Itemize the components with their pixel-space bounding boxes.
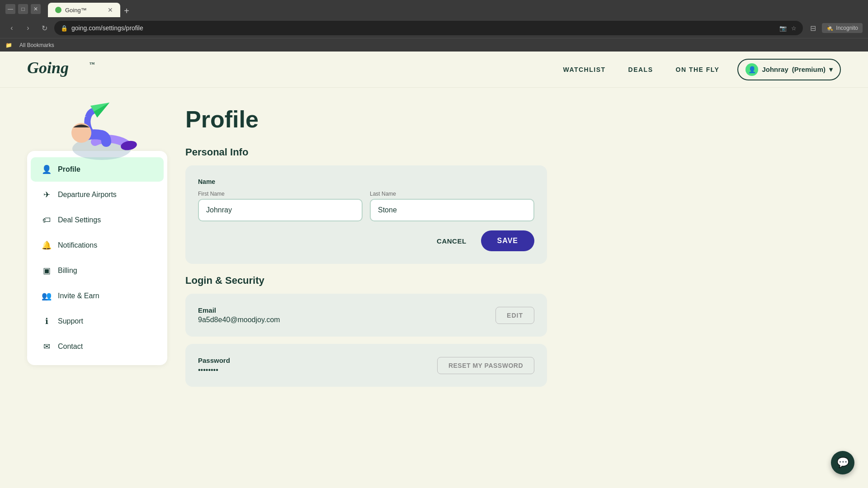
sidebar-item-deal-settings[interactable]: 🏷 Deal Settings: [31, 208, 164, 232]
camera-off-icon: 📷: [779, 25, 787, 32]
logo-svg: Going ™: [27, 56, 99, 79]
last-name-group: Last Name: [370, 191, 534, 221]
name-label: Name: [198, 178, 534, 185]
forward-button[interactable]: ›: [22, 22, 34, 34]
svg-point-3: [71, 123, 91, 143]
minimize-button[interactable]: —: [5, 4, 15, 14]
user-plan: (Premium): [792, 66, 826, 73]
sidebar: 👤 Profile ✈ Departure Airports 🏷 Deal Se…: [27, 106, 167, 394]
support-icon: ℹ: [42, 316, 52, 326]
browser-right-controls: ⊟ 🕵 Incognito: [807, 22, 863, 34]
address-bar-row: ‹ › ↻ 🔒 going.com/settings/profile 📷 ☆ ⊟…: [0, 18, 868, 38]
password-info: Password ••••••••: [198, 357, 230, 374]
tab-close-icon[interactable]: ✕: [108, 6, 113, 14]
tab-title: Going™: [65, 7, 87, 14]
svg-point-4: [120, 140, 138, 151]
page-title: Profile: [185, 106, 547, 133]
sidebar-item-label-deal: Deal Settings: [58, 216, 101, 224]
new-tab-button[interactable]: +: [120, 5, 133, 17]
nav-links: WATCHLIST DEALS ON THE FLY: [563, 66, 719, 73]
edit-email-button[interactable]: EDIT: [495, 307, 534, 324]
bookmarks-bar: 📁 All Bookmarks: [0, 38, 868, 52]
lock-icon: 🔒: [61, 25, 68, 32]
sidebar-item-label-notifications: Notifications: [58, 241, 97, 249]
email-card: Email 9a5d8e40@moodjoy.com EDIT: [185, 294, 547, 337]
deal-settings-icon: 🏷: [42, 215, 52, 225]
svg-marker-6: [94, 103, 113, 117]
email-info: Email 9a5d8e40@moodjoy.com: [198, 306, 280, 324]
sidebar-item-label-profile: Profile: [58, 165, 80, 174]
top-nav: Going ™ WATCHLIST DEALS ON THE FLY 👤 Joh…: [0, 52, 868, 88]
svg-text:Going: Going: [27, 59, 69, 77]
email-row: Email 9a5d8e40@moodjoy.com EDIT: [198, 306, 534, 324]
sidebar-item-profile[interactable]: 👤 Profile: [31, 157, 164, 182]
name-fields: First Name Last Name: [198, 191, 534, 221]
url-text: going.com/settings/profile: [71, 24, 776, 32]
reload-button[interactable]: ↻: [38, 22, 51, 34]
maximize-button[interactable]: □: [18, 4, 28, 14]
invite-earn-icon: 👥: [42, 291, 52, 301]
chevron-down-icon: ▾: [829, 66, 833, 74]
main-content: Profile Personal Info Name First Name La…: [185, 106, 547, 394]
first-name-input[interactable]: [198, 199, 363, 221]
split-view-button[interactable]: ⊟: [807, 22, 819, 34]
bookmarks-label: All Bookmarks: [19, 42, 54, 48]
tab-favicon: [55, 7, 61, 13]
email-field-value: 9a5d8e40@moodjoy.com: [198, 316, 280, 324]
last-name-input[interactable]: [370, 199, 534, 221]
sidebar-item-support[interactable]: ℹ Support: [31, 309, 164, 333]
sidebar-item-label-contact: Contact: [58, 343, 83, 351]
bookmarks-folder-icon: 📁: [5, 42, 12, 48]
sidebar-item-label-departure: Departure Airports: [58, 191, 117, 199]
address-bar[interactable]: 🔒 going.com/settings/profile 📷 ☆: [54, 21, 803, 35]
sidebar-item-billing[interactable]: ▣ Billing: [31, 258, 164, 283]
user-name: Johnray: [762, 66, 788, 73]
first-name-label: First Name: [198, 191, 363, 197]
sidebar-item-label-support: Support: [58, 317, 83, 325]
departure-airports-icon: ✈: [42, 190, 52, 200]
chat-icon: 💬: [837, 457, 849, 469]
sidebar-item-contact[interactable]: ✉ Contact: [31, 334, 164, 359]
password-card: Password •••••••• RESET MY PASSWORD: [185, 344, 547, 387]
back-button[interactable]: ‹: [5, 22, 18, 34]
password-field-label: Password: [198, 357, 230, 364]
address-right-icons: 📷 ☆: [779, 25, 797, 32]
page-content: Going ™ WATCHLIST DEALS ON THE FLY 👤 Joh…: [0, 52, 868, 472]
cancel-button[interactable]: CANCEL: [428, 232, 476, 250]
profile-icon: 👤: [42, 164, 52, 174]
user-menu-button[interactable]: 👤 Johnray (Premium) ▾: [737, 59, 841, 80]
tab-bar: Going™ ✕ +: [44, 1, 137, 17]
personal-info-card: Name First Name Last Name CANCEL SAVE: [185, 165, 547, 264]
main-layout: 👤 Profile ✈ Departure Airports 🏷 Deal Se…: [0, 88, 868, 412]
contact-icon: ✉: [42, 342, 52, 352]
star-icon[interactable]: ☆: [791, 25, 797, 32]
billing-icon: ▣: [42, 266, 52, 276]
personal-info-section-title: Personal Info: [185, 146, 547, 158]
incognito-button[interactable]: 🕵 Incognito: [822, 23, 863, 33]
logo-text: Going ™: [27, 56, 99, 83]
incognito-icon: 🕵: [826, 25, 833, 31]
svg-marker-5: [90, 97, 113, 117]
deals-link[interactable]: DEALS: [628, 66, 653, 73]
watchlist-link[interactable]: WATCHLIST: [563, 66, 605, 73]
browser-window-controls: — □ ✕: [5, 4, 41, 14]
email-field-label: Email: [198, 306, 280, 314]
incognito-label: Incognito: [836, 25, 858, 31]
reset-password-button[interactable]: RESET MY PASSWORD: [437, 357, 534, 374]
close-button[interactable]: ✕: [31, 4, 41, 14]
sidebar-menu: 👤 Profile ✈ Departure Airports 🏷 Deal Se…: [27, 151, 167, 365]
sidebar-item-invite-earn[interactable]: 👥 Invite & Earn: [31, 284, 164, 308]
on-the-fly-link[interactable]: ON THE FLY: [676, 66, 720, 73]
sidebar-item-departure-airports[interactable]: ✈ Departure Airports: [31, 183, 164, 207]
active-tab[interactable]: Going™ ✕: [48, 3, 120, 17]
login-security-section-title: Login & Security: [185, 275, 547, 286]
first-name-group: First Name: [198, 191, 363, 221]
chat-button[interactable]: 💬: [831, 451, 854, 474]
save-button[interactable]: SAVE: [481, 230, 534, 251]
last-name-label: Last Name: [370, 191, 534, 197]
card-actions: CANCEL SAVE: [198, 230, 534, 251]
sidebar-item-notifications[interactable]: 🔔 Notifications: [31, 233, 164, 258]
logo[interactable]: Going ™: [27, 56, 99, 83]
sidebar-item-label-billing: Billing: [58, 267, 77, 275]
browser-chrome: — □ ✕ Going™ ✕ + ‹ › ↻ 🔒 going.com/setti…: [0, 0, 868, 52]
